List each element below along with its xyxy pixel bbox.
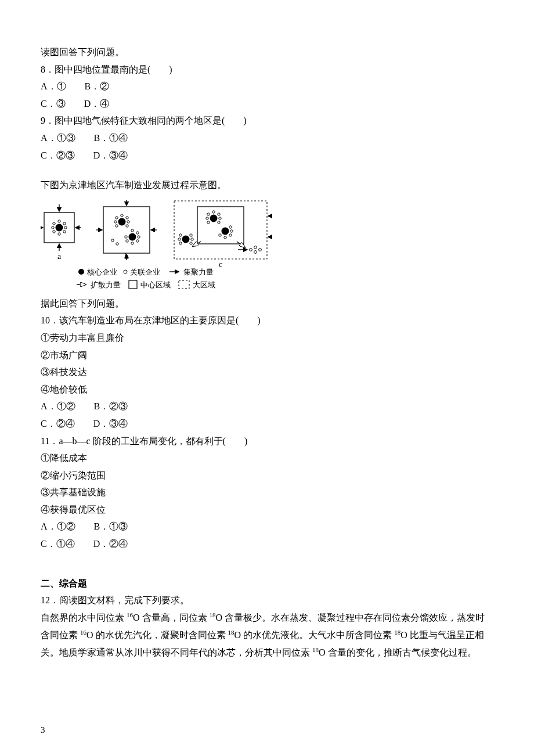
q9-opt-d: D．③④	[93, 150, 128, 160]
q12-para-line3: 关。地质学家通常从冰川中获得不同年代的冰芯，分析其中同位素 18O 含量的变化，…	[41, 644, 493, 661]
q11-opt-c: C．①④	[41, 539, 75, 549]
q8-stem: 8．图中四地位置最南的是( )	[41, 61, 493, 78]
q10-opt-a: A．①②	[41, 401, 75, 411]
q8-opt-d: D．④	[84, 99, 110, 109]
isotope-18-sup-3: 18	[394, 629, 400, 636]
svg-point-3	[63, 222, 66, 225]
svg-point-45	[218, 221, 220, 224]
svg-point-49	[222, 227, 229, 235]
q10-o4: ④地价较低	[41, 381, 493, 398]
q11-stem: 11．a—b—c 阶段的工业布局变化，都有利于( )	[41, 433, 493, 450]
svg-point-56	[190, 234, 192, 236]
q11-o1: ①降低成本	[41, 449, 493, 467]
svg-point-26	[131, 229, 134, 232]
q8-opt-b: B．②	[85, 81, 110, 91]
svg-point-27	[136, 232, 139, 234]
q12-para-line1: 自然界的水中同位素 16O 含量高，同位素 18O 含量极少。水在蒸发、凝聚过程…	[41, 609, 493, 627]
svg-point-1	[56, 224, 63, 231]
svg-point-64	[254, 250, 257, 253]
intro-q8: 读图回答下列问题。	[41, 44, 493, 61]
svg-point-51	[230, 230, 233, 232]
svg-point-73	[124, 270, 127, 273]
q12-p2b: O 的水优先汽化，凝聚时含同位素	[86, 630, 228, 640]
svg-point-46	[207, 221, 210, 224]
q8-opt-a: A．①	[41, 81, 66, 91]
q10-stem: 10．该汽车制造业布局在京津地区的主要原因是( )	[41, 312, 493, 329]
svg-point-57	[191, 238, 193, 240]
svg-point-33	[111, 239, 114, 242]
intro-q10b: 据此回答下列问题。	[41, 295, 493, 312]
page-number: 3	[41, 722, 45, 739]
svg-point-23	[114, 221, 117, 223]
q10-o1: ①劳动力丰富且廉价	[41, 329, 493, 347]
isotope-18-sup: 18	[210, 611, 216, 618]
q9-opt-a: A．①③	[41, 133, 75, 143]
q10-o2: ②市场广阔	[41, 347, 493, 364]
svg-point-53	[224, 236, 226, 239]
svg-point-19	[126, 217, 128, 219]
svg-point-34	[116, 243, 118, 245]
svg-point-2	[58, 220, 60, 222]
q12-p3b: O 含量的变化，推断古气候变化过程。	[319, 647, 477, 657]
section-b-title: 二、综合题	[41, 575, 493, 592]
q10-row-cd: C．②④ D．③④	[41, 415, 493, 433]
q12-p2c: O 的水优先液化。大气水中所含同位素	[234, 630, 395, 640]
q12-p2d: O 比重与气温呈正相	[400, 630, 484, 640]
q8-row-cd: C．③ D．④	[41, 95, 493, 113]
svg-point-48	[207, 213, 210, 215]
q10-row-ab: A．①② B．②③	[41, 398, 493, 415]
legend-center: 中心区域	[140, 280, 171, 289]
q10-o3: ③科技发达	[41, 363, 493, 381]
q8-opt-c: C．③	[41, 99, 66, 109]
svg-point-30	[131, 242, 134, 244]
isotope-18-sup-2: 18	[228, 629, 234, 636]
svg-point-31	[126, 240, 128, 242]
svg-point-5	[63, 231, 66, 233]
q9-row-cd: C．②③ D．③④	[41, 147, 493, 164]
q12-p2a: 含同位素	[41, 630, 80, 640]
svg-rect-40	[197, 207, 244, 244]
svg-point-4	[64, 226, 67, 229]
svg-point-21	[126, 225, 128, 227]
svg-point-55	[182, 235, 190, 243]
svg-point-65	[259, 248, 262, 251]
svg-point-32	[125, 236, 127, 238]
svg-rect-77	[179, 280, 189, 289]
q12-p1b: O 含量高，同位素	[133, 613, 210, 622]
q12-para-line2: 含同位素 16O 的水优先汽化，凝聚时含同位素 18O 的水优先液化。大气水中所…	[41, 627, 493, 644]
q9-opt-b: B．①④	[94, 133, 128, 143]
intro-q10: 下图为京津地区汽车制造业发展过程示意图。	[41, 177, 493, 194]
q11-row-cd: C．①④ D．②④	[41, 535, 493, 553]
q11-opt-b: B．①③	[94, 521, 128, 531]
legend-assoc: 关联企业	[130, 268, 160, 276]
isotope-18-sup-4: 18	[312, 646, 319, 653]
isotope-16-sup: 16	[127, 611, 133, 618]
q12-p3a: 关。地质学家通常从冰川中获得不同年代的冰芯，分析其中同位素	[41, 647, 312, 657]
svg-point-61	[179, 234, 182, 236]
q11-o2: ②缩小污染范围	[41, 467, 493, 484]
legend-core: 核心企业	[86, 268, 117, 276]
q12-p1c: O 含量极少。水在蒸发、凝聚过程中存在同位素分馏效应，蒸发时	[216, 613, 485, 622]
diagram-label-a: a	[57, 252, 62, 261]
svg-point-20	[127, 221, 129, 223]
legend-agg: 集聚力量	[183, 268, 214, 276]
svg-point-47	[206, 217, 208, 219]
q9-opt-c: C．②③	[41, 150, 75, 160]
q10-opt-d: D．③④	[93, 419, 128, 429]
svg-point-42	[212, 211, 215, 213]
svg-point-59	[179, 242, 182, 244]
svg-point-24	[116, 217, 118, 219]
svg-rect-39	[174, 201, 267, 259]
svg-point-50	[229, 226, 232, 228]
svg-point-58	[190, 242, 192, 244]
diagram-label-c: c	[219, 260, 222, 269]
svg-point-63	[254, 246, 257, 249]
q11-opt-d: D．②④	[93, 539, 128, 549]
q11-o3: ③共享基础设施	[41, 484, 493, 501]
svg-point-9	[53, 222, 55, 225]
svg-point-60	[178, 238, 181, 240]
svg-point-28	[138, 236, 140, 238]
svg-point-52	[229, 234, 232, 236]
svg-rect-16	[103, 207, 150, 253]
q12-stem: 12．阅读图文材料，完成下列要求。	[41, 592, 493, 609]
